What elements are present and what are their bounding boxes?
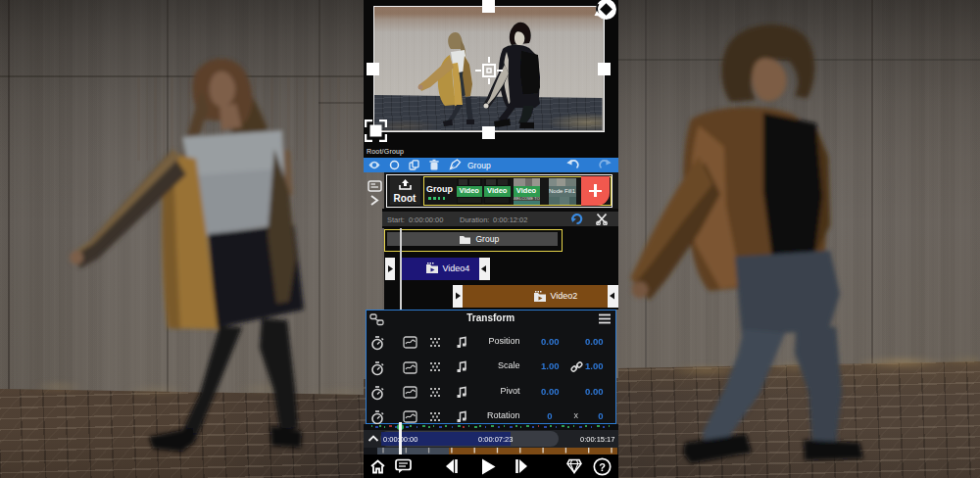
svg-text:?: ? <box>599 460 606 472</box>
